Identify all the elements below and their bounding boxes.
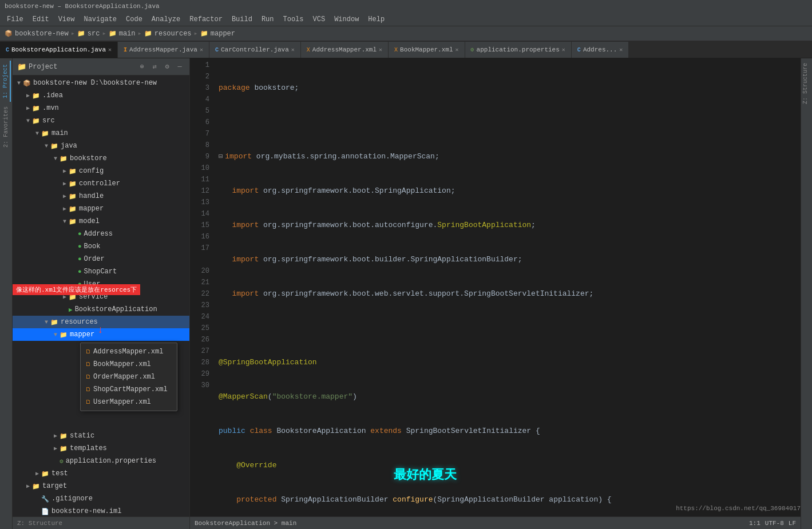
- panel-title: Project: [29, 63, 134, 71]
- tree-item-shopcart[interactable]: ● ShopCart: [13, 265, 189, 278]
- tab-addres[interactable]: C Addres... ✕: [572, 42, 629, 58]
- tab-close-icon[interactable]: ✕: [200, 46, 203, 53]
- menu-bar: File Edit View Navigate Code Analyze Ref…: [0, 13, 812, 26]
- tree-item-target[interactable]: ▶ 📁 target: [13, 480, 189, 492]
- breadcrumb-src[interactable]: src: [88, 30, 100, 38]
- folder-icon: 📁: [69, 205, 77, 213]
- git-icon: 🔧: [41, 495, 49, 503]
- tab-close-icon[interactable]: ✕: [379, 46, 382, 53]
- tree-item-iml[interactable]: 📄 bookstore-new.iml: [13, 505, 189, 516]
- sync-icon[interactable]: ⇄: [149, 62, 160, 72]
- tree-item-book[interactable]: ● Book: [13, 240, 189, 253]
- tree-item-handle[interactable]: ▶ 📁 handle: [13, 190, 189, 202]
- class-icon: ●: [78, 230, 82, 237]
- tab-bookstore-application[interactable]: C BookstoreApplication.java ✕: [0, 42, 118, 58]
- xml-popup-item-shopcart[interactable]: 🗋 ShopCartMapper.xml: [81, 383, 177, 396]
- tree-item-gitignore[interactable]: 🔧 .gitignore: [13, 492, 189, 505]
- tree-item-order[interactable]: ● Order: [13, 253, 189, 265]
- main-content: 1: Project 2: Favorites 📁 Project ⊕ ⇄ ⚙ …: [0, 58, 812, 529]
- menu-edit[interactable]: Edit: [28, 14, 54, 25]
- tree-item-static[interactable]: ▶ 📁 static: [13, 429, 189, 442]
- menu-file[interactable]: File: [2, 14, 28, 25]
- menu-refactor[interactable]: Refactor: [185, 14, 227, 25]
- menu-analyze[interactable]: Analyze: [147, 14, 185, 25]
- xml-popup-item-order[interactable]: 🗋 OrderMapper.xml: [81, 371, 177, 383]
- tab-address-mapper-xml[interactable]: X AddressMapper.xml ✕: [301, 42, 389, 58]
- tab-close-icon[interactable]: ✕: [291, 46, 295, 53]
- xml-file-icon: 🗋: [85, 386, 91, 393]
- tab-close-icon[interactable]: ✕: [562, 46, 565, 53]
- menu-vcs[interactable]: VCS: [308, 14, 330, 25]
- tab-close-icon[interactable]: ✕: [108, 46, 112, 53]
- xml-popup-item-book[interactable]: 🗋 BookMapper.xml: [81, 358, 177, 371]
- settings-gear-icon[interactable]: ⚙: [162, 62, 172, 72]
- lf-info: LF: [789, 520, 796, 527]
- tree-item-test[interactable]: ▶ 📁 test: [13, 467, 189, 480]
- status-bar: BookstoreApplication > main 1:1 UTF-8 LF: [190, 516, 801, 529]
- menu-help[interactable]: Help: [363, 14, 389, 25]
- menu-view[interactable]: View: [54, 14, 80, 25]
- breadcrumb: 📦 bookstore-new ▸ 📁 src ▸ 📁 main ▸ 📁 res…: [0, 26, 812, 41]
- tree-item-model[interactable]: ▼ 📁 model: [13, 215, 189, 228]
- tree-item-src[interactable]: ▼ 📁 src: [13, 114, 189, 127]
- tree-item-main[interactable]: ▼ 📁 main: [13, 127, 189, 140]
- line-numbers: 1 2 3 4 5 6 7 8 9 10 11 12 13 14 15 16 1…: [190, 58, 214, 516]
- panel-header: 📁 Project ⊕ ⇄ ⚙ —: [13, 58, 189, 75]
- close-panel-icon[interactable]: —: [175, 62, 185, 72]
- tab-project[interactable]: 1: Project: [1, 61, 11, 102]
- folder-icon: 📁: [32, 483, 40, 490]
- code-line-10: ▶ @MapperScan("bookstore.mapper"): [219, 391, 801, 403]
- xml-file-icon: 🗋: [85, 361, 91, 368]
- menu-code[interactable]: Code: [121, 14, 147, 25]
- add-icon[interactable]: ⊕: [137, 62, 147, 72]
- tree-item-app-props[interactable]: ⚙ application.properties: [13, 455, 189, 467]
- code-line-9: ▶ @SpringBootApplication: [219, 357, 801, 368]
- menu-window[interactable]: Window: [330, 14, 363, 25]
- tree-item-mvn[interactable]: ▶ 📁 .mvn: [13, 102, 189, 114]
- tree-item-config[interactable]: ▶ 📁 config: [13, 165, 189, 177]
- code-line-5: import org.springframework.boot.autoconf…: [219, 220, 801, 231]
- tab-application-properties[interactable]: ⚙ application.properties ✕: [465, 42, 572, 58]
- tab-close-icon[interactable]: ✕: [619, 46, 623, 53]
- tab-car-controller[interactable]: C CarController.java ✕: [209, 42, 301, 58]
- tab-address-mapper-java[interactable]: I AddressMapper.java ✕: [118, 42, 209, 58]
- menu-navigate[interactable]: Navigate: [79, 14, 121, 25]
- breadcrumb-main[interactable]: main: [119, 30, 136, 38]
- tree-item-root[interactable]: ▼ 📦 bookstore-new D:\bookstore-new: [13, 77, 189, 89]
- structure-tab[interactable]: Z: Structure: [17, 520, 62, 527]
- breadcrumb-mapper[interactable]: mapper: [211, 30, 235, 38]
- tree-item-templates[interactable]: ▶ 📁 templates: [13, 442, 189, 455]
- folder-icon: 📁: [60, 155, 68, 162]
- props-file-icon: ⚙: [60, 458, 64, 465]
- tab-favorites[interactable]: 2: Favorites: [2, 103, 10, 151]
- tab-book-mapper-xml[interactable]: X BookMapper.xml ✕: [389, 42, 465, 58]
- folder-icon: 📁: [17, 62, 26, 71]
- tree-item-idea[interactable]: ▶ 📁 .idea: [13, 89, 189, 102]
- class-icon: ●: [78, 256, 82, 262]
- folder-icon: 📁: [60, 432, 68, 440]
- tree-item-java[interactable]: ▼ 📁 java: [13, 140, 189, 152]
- bottom-center-text: 最好的夏天: [394, 466, 457, 483]
- tree-item-bookstore[interactable]: ▼ 📁 bookstore: [13, 152, 189, 165]
- tree-item-bookstore-app[interactable]: ▶ BookstoreApplication: [13, 303, 189, 316]
- breadcrumb-resources[interactable]: resources: [155, 30, 192, 38]
- code-editor: 1 2 3 4 5 6 7 8 9 10 11 12 13 14 15 16 1…: [190, 58, 801, 516]
- code-line-12: @Override: [219, 460, 801, 471]
- breadcrumb-project[interactable]: bookstore-new: [15, 30, 69, 38]
- tree-item-mapper-java[interactable]: ▶ 📁 mapper: [13, 202, 189, 215]
- xml-popup-item-address[interactable]: 🗋 AddressMapper.xml: [81, 345, 177, 358]
- tab-close-icon[interactable]: ✕: [455, 46, 459, 53]
- menu-build[interactable]: Build: [227, 14, 257, 25]
- tree-item-controller[interactable]: ▶ 📁 controller: [13, 177, 189, 190]
- structure-tab[interactable]: Z: Structure: [801, 58, 812, 109]
- folder-icon: 📁: [41, 130, 49, 137]
- xml-popup-item-user[interactable]: 🗋 UserMapper.xml: [81, 396, 177, 408]
- menu-tools[interactable]: Tools: [279, 14, 308, 25]
- project-tree[interactable]: ▼ 📦 bookstore-new D:\bookstore-new ▶ 📁 .…: [13, 75, 189, 516]
- menu-run[interactable]: Run: [257, 14, 279, 25]
- annotation-overlay: 像这样的.xml文件应该是放在resorces下: [13, 284, 140, 295]
- tree-item-address[interactable]: ● Address: [13, 228, 189, 240]
- code-content[interactable]: package bookstore; ⊟import org.mybatis.s…: [214, 58, 801, 516]
- line-col-info: 1:1: [749, 520, 760, 527]
- editor-area: 1 2 3 4 5 6 7 8 9 10 11 12 13 14 15 16 1…: [190, 58, 801, 529]
